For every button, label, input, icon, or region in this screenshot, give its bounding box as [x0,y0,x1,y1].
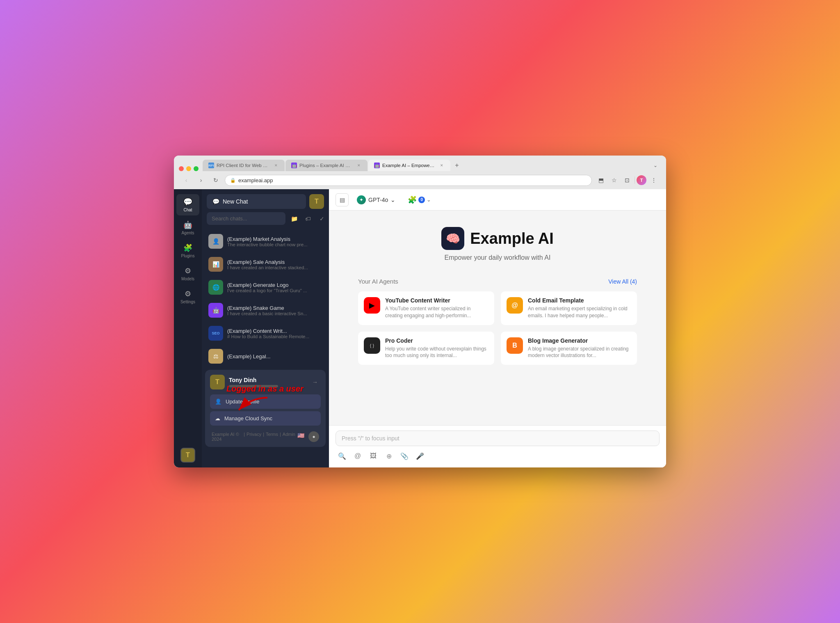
mention-button[interactable]: @ [351,449,364,463]
chat-label: Chat [183,208,192,212]
new-chat-button[interactable]: 💬 New Chat [207,194,306,209]
agent-info: Blog Image Generator A blog image genera… [528,337,631,360]
chat-preview: I have created a basic interactive Sn... [227,311,322,316]
agents-section: Your AI Agents View All (4) ▶ YouTube Co… [358,278,637,365]
agent-card-cold-email[interactable]: @ Cold Email Template An email marketing… [501,291,637,325]
sidebar-item-plugins[interactable]: 🧩 Plugins [176,240,199,261]
search-actions: 📁 🏷 ✓ [288,213,328,225]
tab2-label: Plugins – Example AI – Typing... [299,163,352,168]
voice-button[interactable]: 🎤 [413,449,427,463]
language-button[interactable]: 🇺🇸 [295,431,306,440]
sep3: | [280,432,281,442]
template-button[interactable]: ⊕ [382,449,395,463]
sidebar-item-chat[interactable]: 💬 Chat [176,194,199,215]
main-content: 🧠 Example AI Empower your daily workflow… [329,211,666,425]
app-logo: 🧠 [441,227,464,250]
sidebar-toggle-icon: ▤ [340,197,345,203]
blog-image-icon: B [507,337,523,354]
settings-label: Settings [180,300,195,304]
nav-user-avatar[interactable]: T [180,448,195,463]
tab-bar: RPI RPI Client ID for Web application ✕ … [179,160,661,171]
address-text: exampleai.app [238,177,587,183]
menu-button[interactable]: ⋮ [648,174,660,186]
image-button[interactable]: 🖼 [367,449,380,463]
tag-button[interactable]: 🏷 [302,213,314,225]
vertical-divider [635,176,635,184]
manage-cloud-sync-button[interactable]: ☁ Manage Cloud Sync [210,411,321,426]
plugin-button[interactable]: 🧩 0 ⌄ [404,193,435,207]
model-selector[interactable]: ✦ GPT-4o ⌄ [353,193,399,207]
back-button[interactable]: ‹ [180,174,192,186]
theme-button[interactable]: ● [308,431,319,442]
chat-input-placeholder[interactable]: Press "/" to focus input [336,431,660,446]
chat-info: (Example) Legal... [227,353,322,360]
panel-user-avatar[interactable]: T [309,194,324,209]
list-item[interactable]: 📊 (Example) Sale Analysis I have created… [205,253,326,276]
close-button[interactable] [179,166,184,171]
sidebar-item-settings[interactable]: ⚙ Settings [176,286,199,307]
agent-desc: A blog image generator specialized in cr… [528,346,631,360]
logout-button[interactable]: → [309,376,321,388]
search-input-button[interactable]: 🔍 [336,449,349,463]
tab2-close[interactable]: ✕ [356,163,362,168]
search-input[interactable] [207,212,285,225]
input-actions: 🔍 @ 🖼 ⊕ 📎 🎤 [336,449,660,463]
sidebar-item-agents[interactable]: 🤖 Agents [176,217,199,238]
list-item[interactable]: 👤 (Example) Market Analysis The interact… [205,230,326,253]
agent-card-blog-image[interactable]: B Blog Image Generator A blog image gene… [501,332,637,365]
models-label: Models [181,277,194,281]
chat-info: (Example) Market Analysis The interactiv… [227,236,322,247]
privacy-link[interactable]: Privacy [247,432,261,442]
tab-dropdown-icon[interactable]: ⌄ [650,160,661,171]
tab-2[interactable]: 🤖 Plugins – Example AI – Typing... ✕ [285,160,368,171]
new-tab-button[interactable]: + [451,160,463,171]
attach-button[interactable]: 📎 [398,449,411,463]
update-profile-button[interactable]: 👤 Update Profile [210,394,321,409]
fullscreen-button[interactable] [194,166,199,171]
bookmark-button[interactable]: ☆ [608,174,620,186]
cloud-icon: ☁ [215,415,220,421]
tab3-close[interactable]: ✕ [439,163,445,168]
new-chat-icon: 💬 [212,198,219,205]
reload-button[interactable]: ↻ [210,174,221,186]
sidebar-item-models[interactable]: ⚙ Models [176,263,199,284]
screenshare-button[interactable]: ⬒ [595,174,607,186]
forward-button[interactable]: › [195,174,207,186]
agents-label: Agents [181,231,194,235]
admin-link[interactable]: Admin [283,432,295,442]
list-item[interactable]: 🤖 (Example) Snake Game I have created a … [205,299,326,322]
address-bar-row: ‹ › ↻ 🔒 exampleai.app ⬒ ☆ ⊡ T ⋮ [179,171,661,189]
lock-icon: 🔒 [230,178,236,183]
tab1-close[interactable]: ✕ [273,163,279,168]
list-item[interactable]: 🌐 (Example) Generate Logo I've created a… [205,276,326,299]
chat-thumb: 🤖 [208,303,223,318]
traffic-lights [179,166,199,171]
address-bar[interactable]: 🔒 exampleai.app [225,175,592,186]
chat-info: (Example) Content Writ... # How to Build… [227,328,322,339]
terms-link[interactable]: Terms [266,432,278,442]
list-item[interactable]: ⚖ (Example) Legal... [205,345,326,368]
search-bar: 📁 🏷 ✓ [202,212,329,228]
extensions-button[interactable]: ⊡ [621,174,633,186]
browser-chrome: RPI RPI Client ID for Web application ✕ … [174,156,666,189]
popup-email-bar [229,385,278,387]
minimize-button[interactable] [186,166,191,171]
popup-user-info: Tony Dinh [229,377,278,387]
new-folder-button[interactable]: 📁 [288,213,300,225]
agent-card-pro-coder[interactable]: { } Pro Coder Help you write code withou… [358,332,494,365]
model-name: GPT-4o [368,197,388,203]
welcome-logo-row: 🧠 Example AI [441,227,553,250]
plugin-count-badge: 0 [418,197,425,203]
agent-card-youtube-writer[interactable]: ▶ YouTube Content Writer A YouTube conte… [358,291,494,325]
view-all-link[interactable]: View All (4) [608,278,637,285]
chat-thumb: 📊 [208,257,223,272]
tab-3[interactable]: 🤖 Example AI – Empower your d... ✕ [368,160,450,171]
tab-1[interactable]: RPI RPI Client ID for Web application ✕ [203,160,285,171]
chat-thumb: 🌐 [208,280,223,295]
agents-section-title: Your AI Agents [358,278,398,285]
list-item[interactable]: SEO (Example) Content Writ... # How to B… [205,322,326,345]
chat-title: (Example) Generate Logo [227,282,322,288]
profile-avatar[interactable]: T [637,175,646,185]
select-button[interactable]: ✓ [316,213,328,225]
sidebar-toggle-button[interactable]: ▤ [336,193,349,206]
